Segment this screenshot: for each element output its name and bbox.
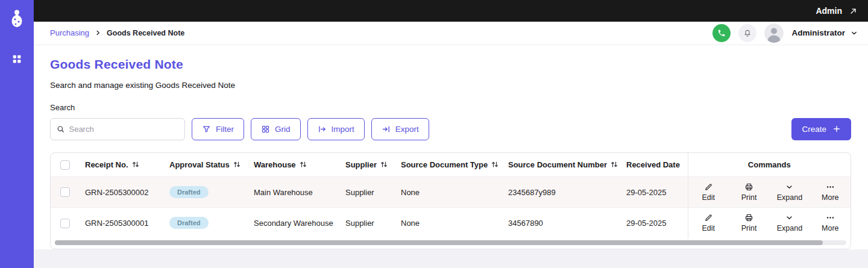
sort-icon[interactable] bbox=[132, 161, 139, 168]
create-button-label: Create bbox=[802, 125, 826, 134]
import-button-label: Import bbox=[332, 125, 354, 134]
search-box bbox=[50, 118, 185, 140]
plus-icon bbox=[832, 125, 841, 133]
expand-button-label: Expand bbox=[777, 193, 802, 202]
chevron-down-icon bbox=[785, 213, 794, 222]
topbar-right-actions: Administrator bbox=[712, 23, 858, 43]
print-button[interactable]: Print bbox=[729, 210, 769, 235]
sort-icon[interactable] bbox=[611, 161, 618, 168]
header-source-document-type: Source Document Type bbox=[401, 160, 488, 169]
breadcrumb-chevron-icon bbox=[95, 30, 101, 36]
avatar[interactable] bbox=[764, 23, 784, 43]
export-icon bbox=[382, 125, 391, 134]
sort-icon[interactable] bbox=[491, 161, 498, 168]
header-warehouse: Warehouse bbox=[254, 160, 296, 169]
print-button[interactable]: Print bbox=[729, 179, 769, 205]
grid-button-label: Grid bbox=[275, 125, 291, 134]
approval-status-cell: Drafted bbox=[163, 208, 248, 238]
print-icon bbox=[744, 182, 753, 192]
grid-button[interactable]: Grid bbox=[251, 118, 301, 140]
expand-button[interactable]: Expand bbox=[769, 179, 810, 205]
import-icon bbox=[318, 125, 327, 134]
chevron-down-icon bbox=[850, 29, 858, 37]
status-badge: Drafted bbox=[169, 217, 209, 229]
filter-button[interactable]: Filter bbox=[192, 118, 244, 140]
main-column: Admin Purchasing Goods Received Note bbox=[34, 0, 868, 268]
commands-cell: Edit Print Expand More bbox=[688, 177, 851, 208]
edit-button-label: Edit bbox=[702, 193, 715, 202]
edit-icon bbox=[704, 182, 713, 192]
search-icon bbox=[57, 125, 64, 134]
search-section-label: Search bbox=[50, 103, 851, 112]
topbar: Admin bbox=[34, 0, 868, 22]
horizontal-scrollbar[interactable] bbox=[55, 240, 846, 245]
user-menu[interactable]: Administrator bbox=[791, 28, 858, 37]
expand-button[interactable]: Expand bbox=[769, 210, 810, 235]
received-date-cell: 29-05-2025 bbox=[620, 208, 688, 238]
edit-icon bbox=[704, 213, 713, 222]
source-document-type-cell: None bbox=[395, 208, 502, 238]
header-commands: Commands bbox=[748, 160, 791, 169]
bell-icon bbox=[743, 28, 752, 38]
expand-button-label: Expand bbox=[777, 224, 802, 232]
receipt-no-cell: GRN-2505300002 bbox=[79, 177, 163, 208]
sort-icon[interactable] bbox=[300, 161, 307, 168]
more-button[interactable]: More bbox=[810, 210, 851, 235]
breadcrumb-current: Goods Received Note bbox=[107, 29, 184, 37]
page-title: Goods Received Note bbox=[50, 57, 851, 72]
status-badge: Drafted bbox=[169, 186, 209, 198]
print-icon bbox=[744, 213, 753, 222]
filter-button-label: Filter bbox=[216, 125, 234, 134]
search-input[interactable] bbox=[69, 125, 178, 134]
edit-button[interactable]: Edit bbox=[688, 179, 729, 205]
more-button[interactable]: More bbox=[810, 179, 851, 205]
create-button[interactable]: Create bbox=[791, 118, 851, 140]
edit-button[interactable]: Edit bbox=[688, 210, 729, 235]
edit-button-label: Edit bbox=[702, 224, 715, 232]
table-row: GRN-2505300001 Drafted Secondary Warehou… bbox=[51, 208, 851, 238]
apps-menu-button[interactable] bbox=[10, 52, 24, 66]
header-received-date: Received Date bbox=[626, 160, 680, 169]
received-date-cell: 29-05-2025 bbox=[620, 177, 688, 208]
supplier-cell: Supplier bbox=[339, 177, 395, 208]
select-all-checkbox[interactable] bbox=[60, 160, 70, 170]
page-background-strip bbox=[34, 249, 868, 268]
filter-icon bbox=[202, 125, 211, 134]
header-source-document-number: Source Document Number bbox=[508, 160, 607, 169]
import-button[interactable]: Import bbox=[307, 118, 365, 140]
whatsapp-icon bbox=[717, 29, 726, 37]
source-document-number-cell: 2345687y989 bbox=[502, 177, 620, 208]
header-receipt-no: Receipt No. bbox=[85, 160, 128, 169]
export-button[interactable]: Export bbox=[371, 118, 429, 140]
toolbar: Filter Grid Import bbox=[50, 118, 851, 140]
app-logo-icon bbox=[8, 8, 26, 29]
scrollbar-thumb[interactable] bbox=[55, 240, 823, 245]
notifications-button[interactable] bbox=[738, 24, 756, 42]
more-button-label: More bbox=[822, 193, 838, 202]
more-button-label: More bbox=[822, 224, 838, 232]
receipt-no-cell: GRN-2505300001 bbox=[79, 208, 163, 238]
sort-icon[interactable] bbox=[380, 161, 388, 168]
row-checkbox[interactable] bbox=[60, 187, 70, 197]
user-name: Administrator bbox=[791, 28, 845, 37]
ellipsis-icon bbox=[826, 182, 835, 192]
whatsapp-button[interactable] bbox=[712, 24, 731, 42]
grn-table-card: Receipt No. Approval Status Warehouse Su… bbox=[50, 152, 851, 249]
chevron-down-icon bbox=[785, 182, 794, 192]
sidebar bbox=[0, 0, 34, 268]
breadcrumb: Purchasing Goods Received Note bbox=[50, 28, 184, 37]
breadcrumb-purchasing[interactable]: Purchasing bbox=[50, 28, 89, 37]
source-document-number-cell: 34567890 bbox=[502, 208, 620, 238]
external-link-icon[interactable] bbox=[849, 7, 858, 16]
export-button-label: Export bbox=[395, 125, 419, 134]
ellipsis-icon bbox=[826, 213, 835, 222]
row-checkbox[interactable] bbox=[60, 219, 70, 228]
grid-icon bbox=[261, 125, 270, 134]
table-row: GRN-2505300002 Drafted Main Warehouse Su… bbox=[51, 177, 851, 208]
admin-label[interactable]: Admin bbox=[816, 6, 842, 16]
page-subtitle: Search and manage existing Goods Receive… bbox=[50, 81, 851, 90]
print-button-label: Print bbox=[741, 224, 757, 232]
header-approval-status: Approval Status bbox=[169, 160, 230, 169]
sort-icon[interactable] bbox=[233, 161, 241, 168]
app-logo[interactable] bbox=[7, 7, 27, 30]
